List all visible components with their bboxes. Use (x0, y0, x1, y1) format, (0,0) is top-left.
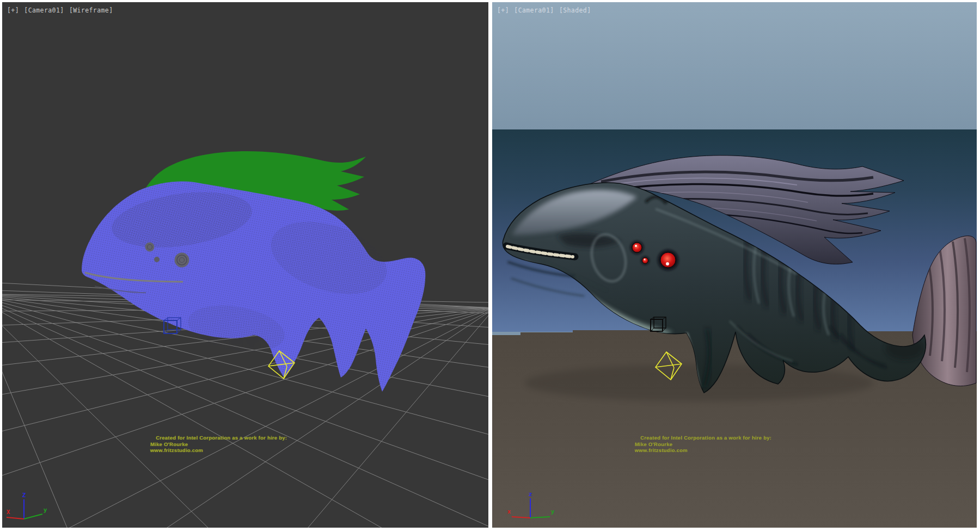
credit-line-3: www.fritzstudio.com (150, 448, 287, 454)
credit-text: Created for Intel Corporation as a work … (635, 435, 772, 454)
credit-line-2: Mike O'Rourke (635, 441, 771, 448)
axis-z-label: z (529, 491, 532, 498)
axis-y-label: y (551, 508, 555, 515)
viewport-splitter[interactable] (488, 0, 492, 532)
dual-viewport-window: [+] [Camera01] [Wireframe] (0, 0, 980, 532)
viewport-plus-menu-button[interactable]: [+] (7, 7, 19, 14)
viewport-label: [+] [Camera01] [Shaded] (497, 7, 592, 14)
shading-menu-button[interactable]: [Shaded] (559, 7, 591, 14)
credit-line-1: Created for Intel Corporation as a work … (150, 435, 287, 441)
credit-line-2: Mike O'Rourke (150, 441, 287, 448)
shading-menu-button[interactable]: [Wireframe] (69, 7, 113, 14)
axis-z-label: Z (22, 492, 26, 499)
world-axis-tripod: Z X y (7, 492, 47, 519)
axis-y-label: y (44, 506, 47, 514)
viewport-plus-menu-button[interactable]: [+] (497, 7, 509, 14)
viewport-shaded[interactable]: [+] [Camera01] [Shaded] (492, 2, 977, 528)
credit-text: Created for Intel Corporation as a work … (150, 435, 287, 454)
viewport-label: [+] [Camera01] [Wireframe] (7, 7, 114, 14)
viewport-wireframe[interactable]: [+] [Camera01] [Wireframe] (2, 2, 488, 528)
camera-menu-button[interactable]: [Camera01] (514, 7, 554, 14)
axis-x-label: X (7, 509, 10, 516)
credit-line-3: www.fritzstudio.com (635, 448, 771, 454)
axis-x-label: x (507, 508, 511, 515)
credit-line-1: Created for Intel Corporation as a work … (635, 435, 771, 441)
camera-menu-button[interactable]: [Camera01] (24, 7, 64, 14)
sky-upper-band (492, 2, 977, 129)
